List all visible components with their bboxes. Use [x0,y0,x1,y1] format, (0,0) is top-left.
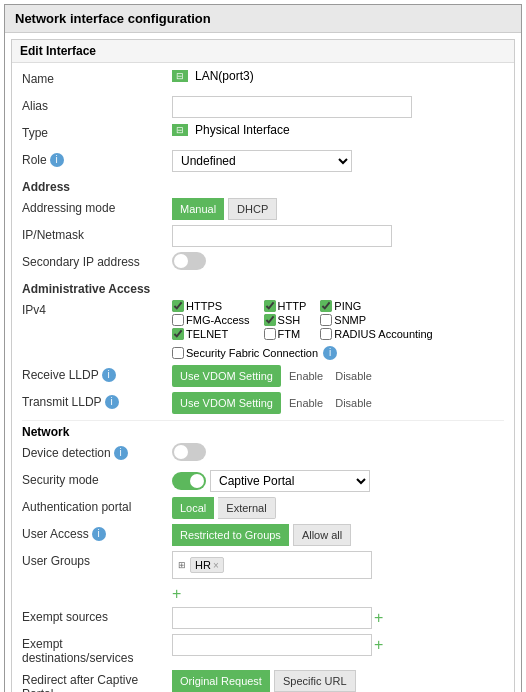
device-detection-label: Device detection i [22,443,172,460]
addressing-mode-row: Addressing mode Manual DHCP [22,198,504,220]
http-label: HTTP [278,300,307,312]
manual-button[interactable]: Manual [172,198,224,220]
hr-tag: HR × [190,557,224,573]
secfab-checkbox[interactable] [172,347,184,359]
transmit-lldp-enable[interactable]: Enable [285,395,327,411]
checkbox-snmp: SNMP [320,314,432,326]
exempt-dest-plus[interactable]: + [374,637,383,653]
radius-checkbox[interactable] [320,328,332,340]
ip-netmask-input[interactable]: 10.0.1.254/255.255.255.0 [172,225,392,247]
specific-url-button[interactable]: Specific URL [274,670,356,692]
transmit-lldp-value: Use VDOM Setting Enable Disable [172,392,504,414]
telnet-label: TELNET [186,328,228,340]
ping-checkbox[interactable] [320,300,332,312]
user-access-info-icon[interactable]: i [92,527,106,541]
checkbox-ping: PING [320,300,432,312]
page-container: Network interface configuration Edit Int… [4,4,522,692]
page-title: Network interface configuration [5,5,521,33]
checkbox-ssh: SSH [264,314,307,326]
exempt-dest-input[interactable] [172,634,372,656]
type-interface-icon: ⊟ [172,124,188,136]
exempt-dest-value: + [172,634,504,656]
hr-tag-close[interactable]: × [213,560,219,571]
transmit-lldp-disable[interactable]: Disable [331,395,376,411]
exempt-sources-input[interactable] [172,607,372,629]
alias-input[interactable]: LAN [172,96,412,118]
user-groups-add: + [172,586,181,602]
receive-lldp-info-icon[interactable]: i [102,368,116,382]
exempt-sources-value: + [172,607,504,629]
receive-lldp-disable[interactable]: Disable [331,368,376,384]
transmit-lldp-info-icon[interactable]: i [105,395,119,409]
local-button[interactable]: Local [172,497,214,519]
restricted-button[interactable]: Restricted to Groups [172,524,289,546]
type-row: Type ⊟ Physical Interface [22,123,504,145]
http-checkbox[interactable] [264,300,276,312]
receive-lldp-vdom-button[interactable]: Use VDOM Setting [172,365,281,387]
user-access-value: Restricted to Groups Allow all [172,524,504,546]
user-groups-label: User Groups [22,551,172,568]
role-row: Role i Undefined [22,150,504,172]
exempt-dest-label: Exempt destinations/services [22,634,172,665]
network-section-title: Network [22,420,504,439]
user-groups-plus-icon[interactable]: + [172,585,181,602]
dhcp-button[interactable]: DHCP [228,198,277,220]
user-groups-row: User Groups ⊞ HR × + [22,551,504,602]
security-mode-select[interactable]: Captive Portal [210,470,370,492]
user-groups-input[interactable]: ⊞ HR × [172,551,372,579]
receive-lldp-row: Receive LLDP i Use VDOM Setting Enable D… [22,365,504,387]
security-mode-row: Security mode Captive Portal [22,470,504,492]
role-select[interactable]: Undefined [172,150,352,172]
checkbox-grid: HTTPS HTTP PING FMG-Access [172,300,439,340]
snmp-label: SNMP [334,314,366,326]
device-detection-info-icon[interactable]: i [114,446,128,460]
device-detection-toggle[interactable] [172,443,206,461]
ftm-checkbox[interactable] [264,328,276,340]
section-header: Edit Interface [12,40,514,63]
telnet-checkbox[interactable] [172,328,184,340]
secondary-ip-toggle[interactable] [172,252,206,270]
external-button[interactable]: External [218,497,275,519]
role-info-icon[interactable]: i [50,153,64,167]
addressing-mode-value: Manual DHCP [172,198,504,220]
checkbox-radius: RADIUS Accounting [320,328,432,340]
role-value: Undefined [172,150,504,172]
exempt-dest-row: Exempt destinations/services + [22,634,504,665]
original-request-button[interactable]: Original Request [172,670,270,692]
transmit-lldp-label: Transmit LLDP i [22,392,172,409]
ipv4-checkboxes-container: HTTPS HTTP PING FMG-Access [172,300,504,360]
redirect-label: Redirect after Captive Portal [22,670,172,692]
https-checkbox[interactable] [172,300,184,312]
secfab-info-icon[interactable]: i [323,346,337,360]
ip-netmask-value: 10.0.1.254/255.255.255.0 [172,225,504,247]
security-mode-toggle[interactable] [172,472,206,490]
hr-tag-label: HR [195,559,211,571]
ip-netmask-row: IP/Netmask 10.0.1.254/255.255.255.0 [22,225,504,247]
redirect-value: Original Request Specific URL [172,670,504,692]
secfab-label: Security Fabric Connection [186,347,318,359]
name-row: Name ⊟ LAN(port3) [22,69,504,91]
https-label: HTTPS [186,300,222,312]
checkbox-http: HTTP [264,300,307,312]
ipv4-row: IPv4 HTTPS HTTP PING [22,300,504,360]
receive-lldp-enable[interactable]: Enable [285,368,327,384]
checkbox-https: HTTPS [172,300,250,312]
secondary-ip-value [172,252,504,270]
form-body: Name ⊟ LAN(port3) Alias LAN Type ⊟ Physi… [12,63,514,692]
auth-portal-row: Authentication portal Local External [22,497,504,519]
ssh-label: SSH [278,314,301,326]
transmit-lldp-vdom-button[interactable]: Use VDOM Setting [172,392,281,414]
exempt-sources-plus[interactable]: + [374,610,383,626]
secondary-ip-row: Secondary IP address [22,252,504,274]
user-access-row: User Access i Restricted to Groups Allow… [22,524,504,546]
admin-access-title: Administrative Access [22,282,504,296]
type-text: Physical Interface [195,123,290,137]
fmg-checkbox[interactable] [172,314,184,326]
allow-all-button[interactable]: Allow all [293,524,351,546]
name-text: LAN(port3) [195,69,254,83]
fmg-label: FMG-Access [186,314,250,326]
security-mode-value: Captive Portal [172,470,504,492]
ipv4-label: IPv4 [22,300,172,317]
snmp-checkbox[interactable] [320,314,332,326]
ssh-checkbox[interactable] [264,314,276,326]
